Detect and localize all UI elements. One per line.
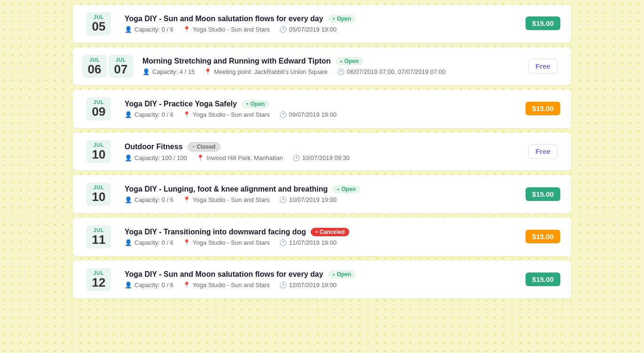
location-icon: 📍: [196, 154, 204, 161]
event-card-2[interactable]: JUL 06 JUL 07 Morning Stretching and Run…: [73, 48, 571, 86]
location-item: 📍 Inwood Hill Park, Manhattan: [196, 154, 283, 161]
capacity-item: 👤 Capacity: 0 / 6: [125, 239, 173, 246]
price-value: $15.00: [526, 273, 560, 286]
event-info: Outdoor Fitness Closed 👤 Capacity: 100 /…: [125, 142, 515, 161]
location-item: 📍 Yoga Studio - Sun and Stars: [183, 281, 270, 289]
capacity-item: 👤 Capacity: 0 / 6: [125, 111, 173, 118]
person-icon: 👤: [142, 68, 150, 75]
event-title-row: Yoga DIY - Sun and Moon salutation flows…: [125, 15, 515, 23]
event-card-4[interactable]: JUL 10 Outdoor Fitness Closed 👤 Capacity…: [73, 133, 571, 171]
event-info: Morning Stretching and Running with Edwa…: [142, 57, 515, 75]
status-badge: Open: [328, 270, 356, 279]
datetime-value: 05/07/2019 19:00: [289, 26, 337, 33]
location-icon: 📍: [183, 196, 190, 203]
date-badge: JUL 10: [82, 183, 115, 206]
datetime-value: 06/07/2019 07:00, 07/07/2019 07:00: [347, 68, 446, 75]
person-icon: 👤: [125, 26, 132, 33]
event-day: 06: [87, 63, 102, 76]
capacity-item: 👤 Capacity: 0 / 6: [125, 196, 173, 203]
price-tag: $15.00: [524, 233, 562, 241]
location-icon: 📍: [183, 26, 190, 33]
event-meta: 👤 Capacity: 0 / 6 📍 Yoga Studio - Sun an…: [125, 239, 515, 246]
clock-icon: 🕐: [279, 281, 287, 289]
event-month: JUL: [87, 57, 102, 63]
clock-icon: 🕐: [292, 154, 300, 161]
capacity-item: 👤 Capacity: 0 / 6: [125, 26, 173, 33]
clock-icon: 🕐: [279, 196, 287, 203]
location-value: Yoga Studio - Sun and Stars: [193, 281, 270, 289]
price-tag: $15.00: [524, 104, 562, 113]
datetime-item: 🕐 10/07/2019 19:00: [279, 196, 337, 203]
location-icon: 📍: [183, 111, 190, 118]
event-day: 10: [91, 190, 106, 204]
price-tag: $15.00: [524, 275, 562, 284]
location-icon: 📍: [183, 239, 190, 246]
price-tag: $15.00: [524, 19, 562, 28]
capacity-item: 👤 Capacity: 4 / 15: [142, 68, 195, 75]
location-value: Yoga Studio - Sun and Stars: [193, 239, 270, 246]
capacity-value: Capacity: 0 / 6: [134, 196, 173, 203]
person-icon: 👤: [125, 196, 132, 203]
event-meta: 👤 Capacity: 100 / 100 📍 Inwood Hill Park…: [125, 154, 515, 161]
capacity-item: 👤 Capacity: 100 / 100: [125, 154, 187, 161]
price-value: $15.00: [526, 230, 560, 243]
date-badge: JUL 10: [82, 140, 115, 163]
event-card-3[interactable]: JUL 09 Yoga DIY - Practice Yoga Safely O…: [73, 90, 571, 128]
event-meta: 👤 Capacity: 0 / 6 📍 Yoga Studio - Sun an…: [125, 281, 515, 289]
location-item: 📍 Yoga Studio - Sun and Stars: [183, 196, 270, 203]
event-title: Yoga DIY - Practice Yoga Safely: [125, 100, 237, 108]
capacity-value: Capacity: 4 / 15: [152, 68, 195, 75]
status-badge: Open: [336, 57, 364, 65]
clock-icon: 🕐: [337, 68, 345, 75]
event-card-6[interactable]: JUL 11 Yoga DIY - Transitioning into dow…: [73, 218, 571, 256]
datetime-item: 🕐 09/07/2019 19:00: [279, 111, 337, 118]
status-badge: Canceled: [311, 228, 349, 236]
event-card-1[interactable]: JUL 05 Yoga DIY - Sun and Moon salutatio…: [73, 5, 571, 43]
price-value: $15.00: [526, 16, 560, 30]
event-title-row: Morning Stretching and Running with Edwa…: [142, 57, 515, 65]
event-day: 05: [91, 20, 106, 33]
person-icon: 👤: [125, 239, 132, 246]
clock-icon: 🕐: [279, 26, 287, 33]
event-meta: 👤 Capacity: 0 / 6 📍 Yoga Studio - Sun an…: [125, 111, 515, 118]
person-icon: 👤: [125, 154, 132, 161]
datetime-item: 🕐 12/07/2019 19:00: [279, 281, 337, 289]
event-meta: 👤 Capacity: 0 / 6 📍 Yoga Studio - Sun an…: [125, 196, 515, 203]
status-badge: Open: [328, 15, 356, 23]
datetime-item: 🕐 06/07/2019 07:00, 07/07/2019 07:00: [337, 68, 446, 75]
person-icon: 👤: [125, 281, 132, 289]
location-item: 📍 Yoga Studio - Sun and Stars: [183, 26, 270, 33]
event-day: 11: [91, 233, 106, 247]
event-title-row: Yoga DIY - Lunging, foot & knee alignmen…: [125, 185, 515, 193]
event-card-7[interactable]: JUL 12 Yoga DIY - Sun and Moon salutatio…: [73, 261, 571, 299]
datetime-value: 12/07/2019 19:00: [289, 281, 337, 289]
event-day: 12: [91, 276, 106, 289]
datetime-item: 🕐 10/07/2019 09:30: [292, 154, 350, 161]
status-badge: Open: [242, 100, 270, 108]
datetime-value: 10/07/2019 19:00: [289, 196, 337, 203]
price-value: Free: [528, 144, 558, 159]
clock-icon: 🕐: [279, 111, 287, 118]
price-value: $15.00: [526, 102, 560, 115]
capacity-item: 👤 Capacity: 0 / 6: [125, 281, 173, 289]
location-item: 📍 Yoga Studio - Sun and Stars: [183, 239, 270, 246]
price-tag: $15.00: [524, 190, 562, 199]
event-title: Yoga DIY - Sun and Moon salutation flows…: [125, 15, 323, 23]
datetime-value: 10/07/2019 09:30: [302, 154, 350, 161]
event-info: Yoga DIY - Transitioning into downward f…: [125, 228, 515, 246]
date-badge: JUL 05: [82, 12, 115, 35]
location-icon: 📍: [204, 68, 212, 75]
datetime-value: 09/07/2019 19:00: [289, 111, 337, 118]
date-badge: JUL 12: [82, 268, 115, 291]
events-list: JUL 05 Yoga DIY - Sun and Moon salutatio…: [63, 0, 581, 308]
event-meta: 👤 Capacity: 0 / 6 📍 Yoga Studio - Sun an…: [125, 26, 515, 33]
location-value: Meeting point: JackRabbit's Union Square: [214, 68, 328, 75]
event-title-row: Yoga DIY - Practice Yoga Safely Open: [125, 100, 515, 108]
event-title-row: Outdoor Fitness Closed: [125, 142, 515, 152]
event-info: Yoga DIY - Lunging, foot & knee alignmen…: [125, 185, 515, 203]
location-icon: 📍: [183, 281, 190, 289]
event-title-row: Yoga DIY - Transitioning into downward f…: [125, 228, 515, 236]
event-card-5[interactable]: JUL 10 Yoga DIY - Lunging, foot & knee a…: [73, 175, 571, 213]
event-title: Morning Stretching and Running with Edwa…: [142, 57, 331, 65]
clock-icon: 🕐: [279, 239, 287, 246]
